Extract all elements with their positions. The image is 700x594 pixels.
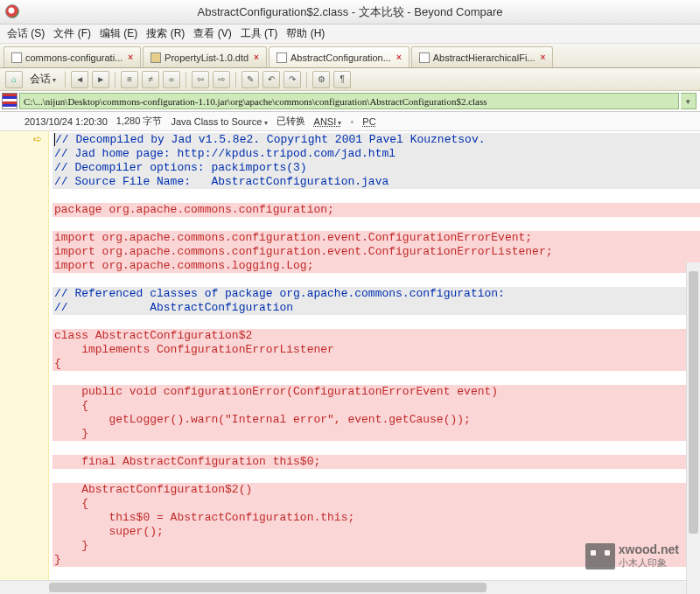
code-line — [52, 469, 700, 483]
file-path-input[interactable]: C:\...\nijun\Desktop\commons-configurati… — [19, 93, 679, 109]
separator — [235, 72, 236, 87]
home-button[interactable]: ⌂ — [5, 71, 23, 88]
code-line: package org.apache.commons.configuration… — [52, 203, 700, 217]
code-line: // Decompiled by Jad v1.5.8e2. Copyright… — [52, 133, 700, 147]
code-line: { — [52, 357, 700, 371]
file-icon — [419, 52, 430, 63]
code-line: // AbstractConfiguration — [52, 301, 700, 315]
menu-session[interactable]: 会话 (S) — [7, 26, 45, 41]
rules-button[interactable]: ⚙ — [312, 71, 330, 88]
edit-button[interactable]: ✎ — [242, 71, 259, 88]
menu-view[interactable]: 查看 (V) — [193, 26, 231, 41]
code-line: AbstractConfiguration$2() — [52, 483, 700, 497]
code-line: } — [52, 539, 700, 553]
close-icon[interactable]: × — [254, 52, 259, 62]
code-line — [52, 441, 700, 455]
document-tab-bar: commons-configurati...×PropertyList-1.0.… — [0, 44, 700, 68]
code-line: class AbstractConfiguration$2 — [52, 329, 700, 343]
code-line: final AbstractConfiguration this$0; — [52, 455, 700, 469]
document-tab[interactable]: AbstractHierarchicalFi...× — [411, 46, 554, 67]
copy-right-button[interactable]: ⇨ — [213, 71, 230, 88]
code-line: { — [52, 497, 700, 511]
close-icon[interactable]: × — [396, 52, 402, 62]
close-icon[interactable]: × — [128, 52, 133, 62]
menu-bar: 会话 (S) 文件 (F) 编辑 (E) 搜索 (R) 查看 (V) 工具 (T… — [0, 24, 700, 44]
menu-tools[interactable]: 工具 (T) — [241, 26, 278, 41]
separator: • — [351, 116, 354, 127]
copy-left-button[interactable]: ⇦ — [192, 71, 209, 88]
file-icon — [11, 52, 22, 63]
file-icon — [150, 52, 161, 63]
title-bar: AbstractConfiguration$2.class - 文本比较 - B… — [0, 0, 700, 24]
show-all-button[interactable]: ≡ — [121, 71, 138, 88]
code-line: // Referenced classes of package org.apa… — [52, 287, 700, 301]
editor-area: ➪ // Decompiled by Jad v1.5.8e2. Copyrig… — [0, 131, 700, 594]
tab-label: AbstractHierarchicalFi... — [433, 52, 536, 63]
encoding-dropdown[interactable]: ANSI — [314, 116, 342, 127]
close-icon[interactable]: × — [541, 52, 546, 62]
code-line — [52, 217, 700, 231]
code-line: import org.apache.commons.configuration.… — [52, 245, 700, 259]
code-line: } — [52, 427, 700, 441]
code-line — [52, 315, 700, 329]
tab-label: AbstractConfiguration... — [290, 52, 391, 63]
code-line: // Decompiler options: packimports(3) — [52, 161, 700, 175]
path-dropdown-icon[interactable]: ▾ — [681, 93, 696, 109]
scrollbar-vertical[interactable] — [686, 262, 700, 594]
scrollbar-thumb[interactable] — [49, 583, 486, 592]
session-dropdown[interactable]: 会话 — [26, 72, 60, 87]
menu-search[interactable]: 搜索 (R) — [146, 26, 185, 41]
separator — [65, 72, 66, 87]
gutter: ➪ — [0, 131, 49, 594]
document-tab[interactable]: PropertyList-1.0.dtd× — [143, 46, 267, 67]
scrollbar-horizontal[interactable] — [0, 580, 686, 594]
diff-overview-strip[interactable] — [2, 93, 18, 109]
code-line: import org.apache.commons.configuration.… — [52, 231, 700, 245]
code-line — [52, 189, 700, 203]
show-same-button[interactable]: ＝ — [163, 71, 180, 88]
format-button[interactable]: ¶ — [333, 71, 351, 88]
menu-file[interactable]: 文件 (F) — [53, 26, 91, 41]
file-date: 2013/10/24 1:20:30 — [24, 116, 108, 127]
undo-button[interactable]: ↶ — [262, 71, 280, 88]
tab-label: PropertyList-1.0.dtd — [164, 52, 248, 63]
lineend-dropdown[interactable]: PC — [362, 116, 375, 127]
separator — [115, 72, 116, 87]
tab-label: commons-configurati... — [25, 52, 122, 63]
menu-help[interactable]: 帮助 (H) — [286, 26, 325, 41]
document-tab[interactable]: commons-configurati...× — [4, 46, 141, 67]
code-view[interactable]: // Decompiled by Jad v1.5.8e2. Copyright… — [49, 131, 700, 594]
code-line: { — [52, 399, 700, 413]
show-diff-button[interactable]: ≠ — [142, 71, 159, 88]
menu-edit[interactable]: 编辑 (E) — [100, 26, 137, 41]
redo-button[interactable]: ↷ — [284, 71, 301, 88]
path-row: C:\...\nijun\Desktop\commons-configurati… — [0, 91, 700, 112]
separator — [186, 72, 186, 87]
code-line: import org.apache.commons.logging.Log; — [52, 259, 700, 273]
code-line — [52, 273, 700, 287]
code-line: super(); — [52, 525, 700, 539]
code-line: implements ConfigurationErrorListener — [52, 343, 700, 357]
code-line: // Source File Name: AbstractConfigurati… — [52, 175, 700, 189]
window-title: AbstractConfiguration$2.class - 文本比较 - B… — [198, 4, 503, 20]
toolbar: ⌂ 会话 ◄ ► ≡ ≠ ＝ ⇦ ⇨ ✎ ↶ ↷ ⚙ ¶ — [0, 68, 700, 91]
document-tab[interactable]: AbstractConfiguration...× — [269, 46, 410, 67]
separator — [306, 72, 307, 87]
file-size: 1,280 字节 — [116, 115, 163, 128]
code-line: public void configurationError(Configura… — [52, 385, 700, 399]
format-dropdown[interactable]: Java Class to Source — [171, 116, 267, 127]
scrollbar-thumb[interactable] — [689, 271, 698, 534]
file-icon — [276, 52, 287, 63]
converted-label: 已转换 — [276, 115, 305, 128]
code-line: // Jad home page: http://kpdus.tripod.co… — [52, 147, 700, 161]
code-line: getLogger().warn("Internal error", event… — [52, 413, 700, 427]
code-line: this$0 = AbstractConfiguration.this; — [52, 511, 700, 525]
file-status-bar: 2013/10/24 1:20:30 1,280 字节 Java Class t… — [0, 112, 700, 131]
code-line — [52, 371, 700, 385]
current-line-arrow-icon: ➪ — [33, 133, 42, 145]
prev-diff-button[interactable]: ◄ — [71, 71, 88, 88]
app-icon — [5, 4, 19, 18]
code-line: } — [52, 553, 700, 567]
next-diff-button[interactable]: ► — [92, 71, 109, 88]
